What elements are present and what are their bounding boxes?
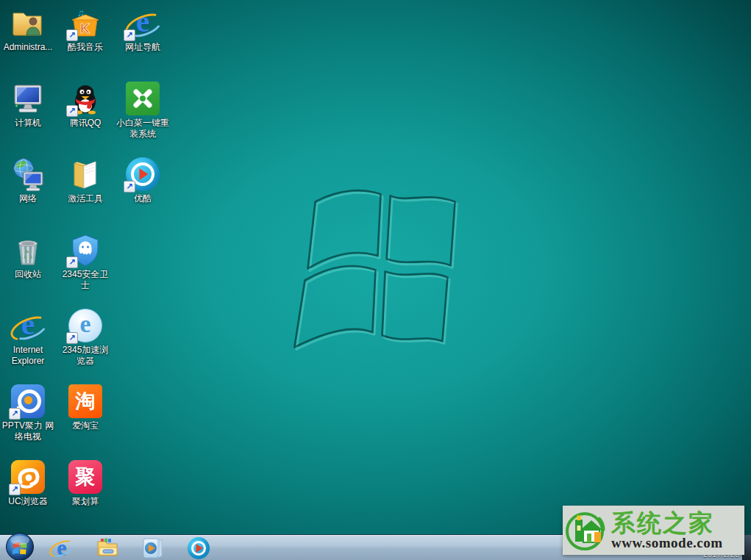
desktop-icon-2345-security[interactable]: ↗ 2345安全卫士 xyxy=(57,233,113,291)
desktop-icon-pptv[interactable]: ↗ PPTV聚力 网络电视 xyxy=(0,384,56,442)
blue-e-browser-icon: e ↗ xyxy=(68,309,102,342)
icon-label: Administra... xyxy=(0,42,56,53)
icon-label: 2345安全卫士 xyxy=(57,269,113,291)
taskbar-windows-explorer[interactable] xyxy=(86,536,129,560)
icon-label: 优酷 xyxy=(115,193,171,204)
shortcut-arrow-icon: ↗ xyxy=(66,29,78,41)
open-folder-icon xyxy=(68,157,102,191)
icon-label: Internet Explorer xyxy=(0,345,56,367)
icon-label: 计算机 xyxy=(0,118,56,129)
explorer-folder-icon xyxy=(96,536,119,560)
desktop-icon-aitaobao[interactable]: 淘 爱淘宝 xyxy=(57,384,113,431)
start-button[interactable] xyxy=(5,532,35,560)
desktop-icon-internet-explorer[interactable]: e Internet Explorer xyxy=(0,309,56,367)
taskbar-youku[interactable] xyxy=(177,536,220,560)
shortcut-arrow-icon: ↗ xyxy=(124,181,135,193)
brand-title: 系统之家 xyxy=(611,511,723,536)
svg-text:K: K xyxy=(80,21,90,36)
brand-url: www.somode.com xyxy=(611,536,723,550)
juhuasuan-icon: 聚 xyxy=(68,460,102,494)
shortcut-arrow-icon: ↗ xyxy=(9,408,21,420)
desktop-icon-uc-browser[interactable]: ↗ UC浏览器 xyxy=(0,460,56,507)
pptv-icon: ↗ xyxy=(11,384,45,418)
kuwo-music-icon: ♫ K ↗ xyxy=(68,6,102,40)
icon-label: 小白菜一键重装系统 xyxy=(115,118,171,140)
network-globe-icon xyxy=(11,157,45,191)
user-folder-icon xyxy=(11,6,45,40)
shortcut-arrow-icon: ↗ xyxy=(66,105,78,117)
icon-label: 激活工具 xyxy=(57,193,113,204)
icon-label: 网络 xyxy=(0,193,56,204)
icon-label: PPTV聚力 网络电视 xyxy=(0,420,56,442)
media-player-icon xyxy=(141,536,165,560)
qq-penguin-icon: ↗ xyxy=(68,82,102,115)
desktop-icon-activation-tools[interactable]: 激活工具 xyxy=(57,157,113,204)
oem-watermark: 系统之家 www.somode.com xyxy=(563,506,744,555)
shortcut-arrow-icon: ↗ xyxy=(66,332,78,344)
shortcut-arrow-icon: ↗ xyxy=(124,29,135,41)
desktop-icon-computer[interactable]: 计算机 xyxy=(0,82,56,129)
desktop-icon-network[interactable]: 网络 xyxy=(0,157,56,204)
internet-explorer-icon: e xyxy=(11,309,45,342)
uc-squirrel-icon: ↗ xyxy=(11,460,45,494)
desktop-icon-administrator[interactable]: Administra... xyxy=(0,6,56,53)
desktop-icon-2345-browser[interactable]: e ↗ 2345加速浏览器 xyxy=(57,309,113,367)
security-shield-icon: ↗ xyxy=(68,233,102,267)
desktop-icon-xiaobaicai-reinstall[interactable]: 小白菜一键重装系统 xyxy=(115,82,171,140)
icon-label: 酷我音乐 xyxy=(57,42,113,53)
computer-monitor-icon xyxy=(11,82,45,115)
icon-label: 腾讯QQ xyxy=(57,118,113,129)
green-x-icon xyxy=(126,82,160,115)
desktop: Administra... ♫ K ↗ 酷我音乐 e ↗ 网址导航 xyxy=(0,0,751,560)
taskbar-windows-media-player[interactable] xyxy=(132,536,174,560)
icon-label: 2345加速浏览器 xyxy=(57,345,113,367)
youku-play-icon: ↗ xyxy=(126,157,160,191)
desktop-icon-web-navigation[interactable]: e ↗ 网址导航 xyxy=(115,6,171,53)
icon-label: 聚划算 xyxy=(57,496,113,507)
desktop-icon-juhuasuan[interactable]: 聚 聚划算 xyxy=(57,460,113,507)
icon-label: 网址导航 xyxy=(115,42,171,53)
shortcut-arrow-icon: ↗ xyxy=(66,256,78,268)
recycle-bin-icon xyxy=(11,233,45,267)
icon-label: 爱淘宝 xyxy=(57,420,113,431)
desktop-icon-kuwo-music[interactable]: ♫ K ↗ 酷我音乐 xyxy=(57,6,113,53)
icon-label: 回收站 xyxy=(0,269,56,280)
somode-logo-icon xyxy=(563,508,608,553)
desktop-icon-youku[interactable]: ↗ 优酷 xyxy=(115,157,171,204)
desktop-icon-tencent-qq[interactable]: ↗ 腾讯QQ xyxy=(57,82,113,129)
taobao-icon: 淘 xyxy=(68,384,102,418)
icon-label: UC浏览器 xyxy=(0,496,56,507)
desktop-icon-recycle-bin[interactable]: 回收站 xyxy=(0,233,56,280)
shortcut-arrow-icon: ↗ xyxy=(9,484,21,495)
windows-flag-watermark xyxy=(269,185,488,375)
taskbar-internet-explorer[interactable]: e xyxy=(40,536,83,560)
internet-explorer-icon: e ↗ xyxy=(126,6,160,40)
